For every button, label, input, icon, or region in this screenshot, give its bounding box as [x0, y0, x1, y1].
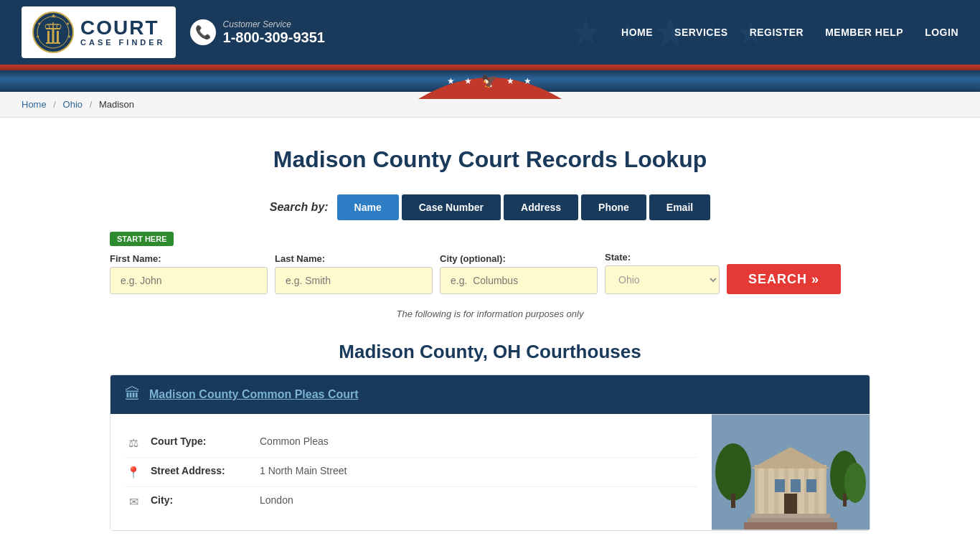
search-button[interactable]: SEARCH »: [727, 264, 841, 294]
street-address-label: Street Address:: [151, 465, 251, 476]
breadcrumb-sep-2: /: [90, 99, 93, 110]
street-address-value: 1 North Main Street: [260, 465, 347, 476]
phone-icon: 📞: [190, 19, 216, 45]
breadcrumb-sep-1: /: [53, 99, 56, 110]
eagle-banner: ★ ★ 🦅 ★ ★: [0, 70, 980, 92]
svg-rect-10: [46, 42, 60, 44]
court-type-label: Court Type:: [151, 435, 251, 447]
city-label: City (optional):: [440, 253, 598, 264]
tab-phone[interactable]: Phone: [581, 194, 646, 220]
first-name-input[interactable]: [110, 267, 268, 294]
tab-address[interactable]: Address: [504, 194, 578, 220]
svg-rect-36: [806, 479, 816, 492]
eagle-center-decoration: ★ ★ 🦅 ★ ★: [447, 73, 534, 89]
svg-rect-33: [744, 522, 837, 529]
detail-row-court-type: ⚖ Court Type: Common Pleas: [125, 428, 697, 458]
svg-rect-37: [784, 494, 797, 514]
svg-rect-32: [748, 518, 834, 522]
nav-member-help[interactable]: MEMBER HELP: [825, 27, 903, 38]
svg-text:★: ★: [51, 13, 56, 19]
tab-name[interactable]: Name: [337, 194, 399, 220]
courthouse-body: ⚖ Court Type: Common Pleas 📍 Street Addr…: [110, 414, 870, 530]
courthouses-title: Madison County, OH Courthouses: [110, 341, 870, 363]
breadcrumb-ohio[interactable]: Ohio: [63, 99, 83, 110]
first-name-group: First Name:: [110, 253, 268, 294]
info-note: The following is for information purpose…: [110, 309, 870, 319]
svg-rect-24: [768, 468, 774, 515]
svg-rect-7: [47, 31, 50, 42]
courthouse-name-link[interactable]: Madison County Common Pleas Court: [149, 388, 359, 401]
eagle-icon: 🦅: [481, 73, 499, 89]
court-type-icon: ⚖: [125, 436, 142, 450]
tab-case-number[interactable]: Case Number: [402, 194, 501, 220]
last-name-label: Last Name:: [275, 253, 433, 264]
city-detail-label: City:: [151, 494, 251, 506]
star-icon-left1: ★: [447, 76, 457, 86]
city-input[interactable]: [440, 267, 598, 294]
search-form: First Name: Last Name: City (optional): …: [110, 252, 870, 294]
courthouse-building-icon: 🏛: [125, 385, 141, 404]
cs-phone: 1-800-309-9351: [223, 29, 325, 46]
svg-rect-31: [751, 514, 830, 518]
customer-service: 📞 Customer Service 1-800-309-9351: [190, 19, 325, 46]
header-left: ★ ★ ★ ★ ★ COURT CASE FINDER: [22, 6, 325, 58]
start-here-badge: START HERE: [110, 232, 174, 246]
svg-text:★: ★: [67, 34, 71, 39]
breadcrumb-current: Madison: [99, 99, 134, 110]
svg-rect-8: [52, 28, 55, 42]
svg-rect-35: [791, 479, 801, 492]
logo-court-label: COURT: [80, 18, 166, 38]
courthouse-photo-svg: [712, 415, 870, 529]
logo-container: ★ ★ ★ ★ ★ COURT CASE FINDER: [22, 6, 176, 58]
city-detail-value: London: [260, 494, 293, 506]
city-icon: ✉: [125, 495, 142, 509]
svg-rect-20: [843, 494, 847, 507]
detail-row-city: ✉ City: London: [125, 487, 697, 516]
state-label: State:: [605, 252, 720, 263]
cs-text: Customer Service 1-800-309-9351: [223, 19, 325, 46]
star-icon-right2: ★: [524, 76, 534, 86]
svg-rect-23: [758, 468, 764, 515]
svg-point-21: [844, 463, 866, 503]
last-name-group: Last Name:: [275, 253, 433, 294]
logo-text: COURT CASE FINDER: [80, 18, 166, 47]
page-title: Madison County Court Records Lookup: [110, 146, 870, 173]
courthouse-card: 🏛 Madison County Common Pleas Court ⚖ Co…: [110, 375, 870, 531]
star-icon-left2: ★: [464, 76, 474, 86]
svg-rect-9: [57, 31, 59, 42]
svg-text:★: ★: [36, 34, 39, 39]
main-content: Madison County Court Records Lookup Sear…: [95, 118, 885, 551]
city-group: City (optional):: [440, 253, 598, 294]
star-icon-right1: ★: [507, 76, 517, 86]
search-section: Search by: Name Case Number Address Phon…: [110, 194, 870, 319]
search-by-label: Search by:: [270, 201, 329, 214]
svg-rect-18: [731, 494, 735, 508]
logo-emblem-icon: ★ ★ ★ ★ ★: [32, 11, 75, 54]
state-group: State: Ohio Alabama Alaska California Fl…: [605, 252, 720, 294]
courthouse-image: [712, 414, 870, 530]
breadcrumb-home[interactable]: Home: [22, 99, 47, 110]
logo-case-finder-label: CASE FINDER: [80, 38, 166, 47]
detail-row-street-address: 📍 Street Address: 1 North Main Street: [125, 458, 697, 487]
svg-rect-34: [775, 479, 785, 492]
courthouse-header: 🏛 Madison County Common Pleas Court: [110, 375, 870, 414]
address-icon: 📍: [125, 466, 142, 479]
first-name-label: First Name:: [110, 253, 268, 264]
courthouse-photo: [712, 415, 870, 529]
cs-label: Customer Service: [223, 19, 325, 29]
court-type-value: Common Pleas: [260, 435, 329, 447]
svg-text:★: ★: [66, 22, 70, 26]
last-name-input[interactable]: [275, 267, 433, 294]
nav-login[interactable]: LOGIN: [925, 27, 958, 38]
tab-email[interactable]: Email: [649, 194, 710, 220]
courthouse-details: ⚖ Court Type: Common Pleas 📍 Street Addr…: [110, 414, 712, 530]
svg-point-17: [715, 443, 751, 501]
svg-text:★: ★: [37, 22, 41, 26]
header-stars-decoration: ★ ★ ★ ★ ★: [570, 0, 765, 65]
svg-rect-29: [819, 468, 824, 515]
state-select[interactable]: Ohio Alabama Alaska California Florida: [605, 265, 720, 294]
site-header: ★ ★ ★ ★ ★ COURT CASE FINDER: [0, 0, 980, 65]
search-by-row: Search by: Name Case Number Address Phon…: [110, 194, 870, 220]
